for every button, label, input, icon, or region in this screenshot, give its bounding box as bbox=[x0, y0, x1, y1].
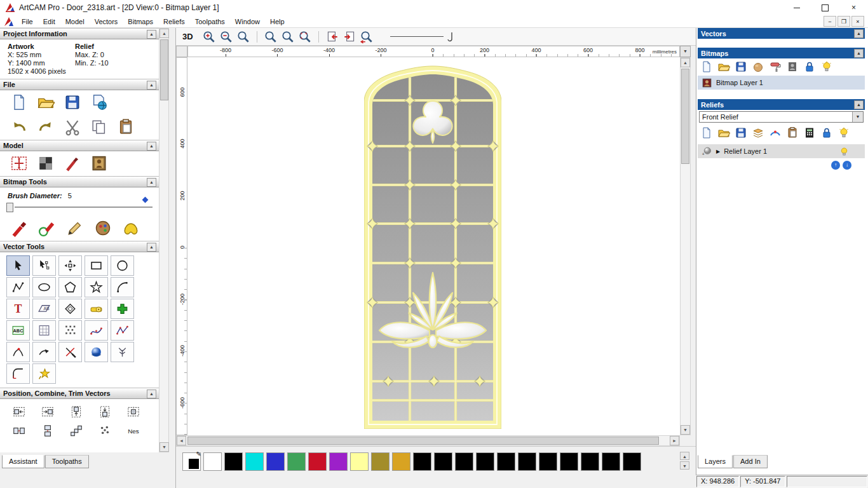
greyscale-icon[interactable] bbox=[786, 60, 799, 73]
offset-vector-icon[interactable] bbox=[58, 299, 82, 319]
new-model-icon[interactable] bbox=[10, 93, 28, 111]
palette-swatch[interactable] bbox=[224, 452, 243, 471]
palette-scroll-down-button[interactable]: ▼ bbox=[680, 461, 689, 470]
chevron-down-icon[interactable]: ▼ bbox=[852, 112, 863, 122]
lock-icon[interactable] bbox=[803, 60, 816, 73]
transform-vectors-icon[interactable] bbox=[58, 255, 82, 276]
palette-swatch[interactable] bbox=[455, 452, 473, 471]
export-model-icon[interactable] bbox=[90, 93, 108, 111]
relief-layer-row[interactable]: + ▶ Relief Layer 1 bbox=[698, 144, 865, 158]
tab-layers[interactable]: Layers bbox=[698, 455, 733, 468]
save-bitmap-icon[interactable] bbox=[735, 60, 747, 73]
palette-swatch[interactable] bbox=[539, 452, 557, 471]
collapse-section-button[interactable]: ▲ bbox=[147, 243, 156, 252]
menu-model[interactable]: Model bbox=[60, 17, 90, 27]
light-icon[interactable] bbox=[837, 126, 850, 139]
palette-swatch[interactable] bbox=[308, 452, 327, 471]
menu-reliefs[interactable]: Reliefs bbox=[158, 17, 190, 27]
fillet-icon[interactable] bbox=[6, 363, 30, 384]
align-top-icon[interactable] bbox=[64, 403, 89, 421]
menu-vectors[interactable]: Vectors bbox=[90, 17, 123, 27]
palette-swatch[interactable] bbox=[476, 452, 494, 471]
palette-swatch[interactable] bbox=[497, 452, 515, 471]
bitmap-to-vector-icon[interactable] bbox=[32, 320, 56, 341]
align-bottom-icon[interactable] bbox=[92, 403, 118, 421]
menu-window[interactable]: Window bbox=[230, 17, 265, 27]
palette-swatch[interactable] bbox=[287, 452, 306, 471]
paste-vector-icon[interactable] bbox=[111, 299, 134, 319]
scrollbar-thumb[interactable] bbox=[681, 69, 689, 164]
zoom-page-icon[interactable] bbox=[280, 29, 295, 44]
paste-icon[interactable] bbox=[117, 118, 135, 136]
new-relief-icon[interactable] bbox=[700, 126, 713, 139]
scrollbar-thumb[interactable] bbox=[187, 437, 659, 445]
close-button[interactable]: × bbox=[839, 0, 868, 15]
paint-icon[interactable] bbox=[10, 219, 28, 237]
mdi-restore-button[interactable]: ❐ bbox=[837, 16, 850, 27]
open-model-icon[interactable] bbox=[37, 93, 55, 111]
align-horizontal-icon[interactable] bbox=[6, 422, 32, 440]
slider-handle[interactable] bbox=[6, 203, 13, 212]
align-vertical-icon[interactable] bbox=[35, 422, 60, 440]
tab-assistant[interactable]: Assistant bbox=[2, 455, 44, 468]
mdi-close-button[interactable]: × bbox=[851, 16, 864, 27]
collapse-section-button[interactable]: ▲ bbox=[147, 390, 156, 398]
menu-help[interactable]: Help bbox=[265, 17, 290, 27]
bitmap-layer-row[interactable]: Bitmap Layer 1 bbox=[698, 76, 865, 90]
relief-selector-combo[interactable]: Front Relief ▼ bbox=[699, 111, 864, 123]
palette-swatch[interactable] bbox=[266, 452, 285, 471]
menu-bitmaps[interactable]: Bitmaps bbox=[123, 17, 158, 27]
wrap-text-icon[interactable]: AB bbox=[32, 299, 56, 319]
new-bitmap-icon[interactable] bbox=[700, 60, 713, 73]
align-left-icon[interactable] bbox=[6, 403, 32, 421]
collapse-section-button[interactable]: ▲ bbox=[854, 49, 864, 58]
next-view-icon[interactable] bbox=[342, 29, 357, 44]
clipboard-icon[interactable] bbox=[786, 126, 799, 139]
palette-swatch[interactable] bbox=[560, 452, 578, 471]
ruler-units-dropdown[interactable]: ▼ bbox=[680, 46, 691, 57]
palette-swatch[interactable] bbox=[623, 452, 641, 471]
assistant-scrollbar[interactable]: ▲ ▼ bbox=[159, 28, 169, 452]
direction-icon[interactable] bbox=[32, 342, 56, 362]
scroll-left-button[interactable]: ◄ bbox=[177, 436, 186, 445]
slider-groove[interactable] bbox=[15, 207, 153, 208]
create-star-icon[interactable] bbox=[85, 277, 108, 297]
edit-model-icon[interactable] bbox=[64, 154, 81, 172]
set-model-size-icon[interactable] bbox=[10, 154, 28, 172]
undo-icon[interactable] bbox=[10, 118, 28, 136]
trim-vectors-icon[interactable] bbox=[58, 342, 82, 362]
flood-fill-icon[interactable] bbox=[122, 219, 140, 237]
create-text-icon[interactable]: T bbox=[6, 299, 30, 319]
zoom-in-icon[interactable] bbox=[201, 29, 217, 44]
draw-icon[interactable] bbox=[66, 219, 84, 237]
load-image-icon[interactable] bbox=[90, 154, 108, 172]
palette-swatch[interactable] bbox=[434, 452, 452, 471]
light-icon[interactable] bbox=[820, 60, 833, 73]
zoom-out-icon[interactable] bbox=[219, 29, 234, 44]
collapse-section-button[interactable]: ▲ bbox=[147, 178, 156, 187]
open-bitmap-icon[interactable] bbox=[717, 60, 730, 73]
zoom-last-icon[interactable] bbox=[236, 29, 251, 44]
fit-curve-icon[interactable] bbox=[85, 320, 108, 341]
measure-icon[interactable] bbox=[85, 299, 108, 319]
menu-toolpaths[interactable]: Toolpaths bbox=[190, 17, 230, 27]
join-vectors-icon[interactable] bbox=[6, 342, 30, 362]
spline-icon[interactable] bbox=[111, 342, 134, 362]
create-polyline-icon[interactable] bbox=[6, 277, 30, 297]
calculator-icon[interactable] bbox=[803, 126, 816, 139]
tab-add-in[interactable]: Add In bbox=[733, 455, 768, 468]
scroll-right-button[interactable]: ► bbox=[670, 436, 679, 445]
fit-polyline-icon[interactable] bbox=[111, 320, 134, 341]
align-right-icon[interactable] bbox=[35, 403, 60, 421]
zoom-objects-icon[interactable] bbox=[263, 29, 278, 44]
collapse-section-button[interactable]: ▲ bbox=[147, 81, 156, 90]
switch-3d-view-button[interactable]: 3D bbox=[182, 32, 193, 41]
palette-swatch[interactable] bbox=[203, 452, 222, 471]
create-circle-icon[interactable] bbox=[111, 255, 134, 276]
canvas-vscrollbar[interactable]: ▲ ▼ bbox=[680, 57, 691, 435]
scroll-down-button[interactable]: ▼ bbox=[159, 442, 169, 452]
create-ellipse-icon[interactable] bbox=[32, 277, 56, 297]
menu-edit[interactable]: Edit bbox=[38, 17, 60, 27]
create-arc-icon[interactable] bbox=[111, 277, 134, 297]
palette-swatch[interactable] bbox=[602, 452, 620, 471]
